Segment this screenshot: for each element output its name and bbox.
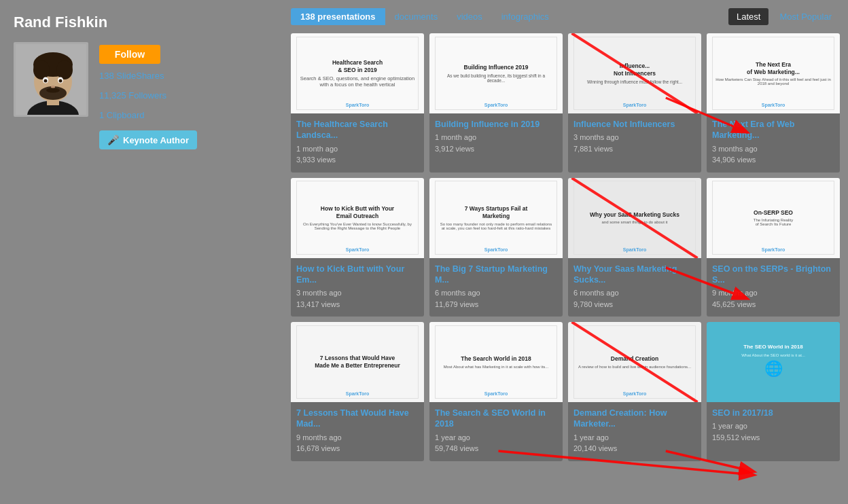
card-thumb-big7[interactable]: 7 Ways Startups Fail atMarketing So too … xyxy=(429,178,563,258)
spark-logo: SparkToro xyxy=(484,247,508,252)
card-title[interactable]: How to Kick Butt with Your Em... xyxy=(291,264,424,288)
thumb-text: Demand Creation xyxy=(578,355,691,363)
keynote-label: Keynote Author xyxy=(123,135,189,145)
spark-logo: SparkToro xyxy=(484,103,508,107)
tab-videos[interactable]: videos xyxy=(447,8,492,25)
follow-button[interactable]: Follow xyxy=(99,45,160,64)
card-meta: 9 months ago45,625 views xyxy=(707,287,840,310)
card-title[interactable]: The Next Era of Web Marketing... xyxy=(707,119,840,143)
thumb-inner: 7 Ways Startups Fail atMarketing So too … xyxy=(435,181,557,255)
thumb-inner: Building Influence 2019 As we build buil… xyxy=(435,37,557,111)
card-thumb-saas[interactable]: Why your SaaS Marketing Sucks and some s… xyxy=(568,178,701,258)
keynote-icon: 🎤 xyxy=(107,134,119,145)
card-meta: 1 year ago20,140 views xyxy=(568,432,701,454)
card-meta: 3 months ago13,417 views xyxy=(291,287,424,310)
thumb-text: 7 Ways Startups Fail atMarketing xyxy=(438,205,554,220)
card-thumb-demand[interactable]: Demand Creation A review of how to build… xyxy=(568,322,701,402)
tab-documents[interactable]: documents xyxy=(385,8,448,25)
spark-logo: SparkToro xyxy=(346,103,370,107)
card-kick-butt: How to Kick Butt with YourEmail Outreach… xyxy=(291,178,424,317)
thumb-text: Why your SaaS Marketing Sucks xyxy=(590,211,679,219)
thumb-inner: The SEO World in 2018 What About the SEO… xyxy=(712,325,834,399)
svg-point-13 xyxy=(46,88,60,93)
card-title[interactable]: Building Influence in 2019 xyxy=(429,119,563,132)
spark-logo: SparkToro xyxy=(346,391,370,396)
card-saas-sucks: Why your SaaS Marketing Sucks and some s… xyxy=(568,178,701,317)
card-thumb-serp[interactable]: On-SERP SEO The Infuriating Realityof Se… xyxy=(707,178,840,258)
thumb-text: Building Influence 2019 xyxy=(438,64,554,71)
card-seo-2017: The SEO World in 2018 What About the SEO… xyxy=(707,322,840,461)
followers-link[interactable]: 11,325 Followers xyxy=(99,89,197,103)
card-title[interactable]: Demand Creation: How Marketer... xyxy=(568,408,701,432)
spark-logo: SparkToro xyxy=(346,247,370,252)
card-thumb-7lessons[interactable]: 7 Lessons that Would HaveMade Me a Bette… xyxy=(291,322,424,402)
card-meta: 1 year ago59,748 views xyxy=(429,432,563,454)
card-thumb-searchworld[interactable]: The Search World in 2018 Most About what… xyxy=(429,322,563,402)
presentation-grid: Healthcare Search& SEO in 2019 Search & … xyxy=(291,33,840,461)
spark-logo: SparkToro xyxy=(484,391,508,396)
card-title[interactable]: SEO in 2017/18 xyxy=(707,408,840,420)
card-thumb-kickbutt[interactable]: How to Kick Butt with YourEmail Outreach… xyxy=(291,178,424,258)
sort-most-popular[interactable]: Most Popular xyxy=(771,8,840,25)
thumb-text: The Next Eraof Web Marketing... xyxy=(716,61,831,76)
svg-point-11 xyxy=(59,79,63,83)
sidebar: Rand Fishkin xyxy=(0,0,285,504)
main-content: 138 presentations documents videos infog… xyxy=(285,0,848,504)
sort-group: Latest Most Popular xyxy=(728,8,840,25)
slideshares-link[interactable]: 138 SlideShares xyxy=(99,69,197,84)
thumb-inner: How to Kick Butt with YourEmail Outreach… xyxy=(296,181,419,255)
spark-logo: SparkToro xyxy=(623,247,647,252)
sort-latest[interactable]: Latest xyxy=(728,8,768,25)
thumb-inner: The Next Eraof Web Marketing... How Mark… xyxy=(712,37,834,111)
card-title[interactable]: Influence Not Influencers xyxy=(568,119,701,132)
tab-presentations[interactable]: 138 presentations xyxy=(291,8,385,25)
card-meta: 9 months ago16,678 views xyxy=(291,432,424,454)
card-meta: 1 month ago3,912 views xyxy=(429,132,563,154)
profile-row: Follow 138 SlideShares 11,325 Followers … xyxy=(14,42,272,149)
thumb-text: Influence...Not Influencers xyxy=(587,62,682,77)
thumb-text: Healthcare Search& SEO in 2019 xyxy=(300,59,414,74)
svg-point-6 xyxy=(56,60,73,79)
clipboard-link[interactable]: 1 Clipboard xyxy=(99,109,197,123)
card-title[interactable]: The Healthcare Search Landsca... xyxy=(291,119,424,143)
svg-point-10 xyxy=(44,79,48,83)
card-big7-startup: 7 Ways Startups Fail atMarketing So too … xyxy=(429,178,563,317)
keynote-button[interactable]: 🎤 Keynote Author xyxy=(99,130,197,149)
card-serp-seo: On-SERP SEO The Infuriating Realityof Se… xyxy=(707,178,840,317)
thumb-inner: On-SERP SEO The Infuriating Realityof Se… xyxy=(712,181,834,255)
card-title[interactable]: The Search & SEO World in 2018 xyxy=(429,408,563,432)
card-building-influence: Building Influence 2019 As we build buil… xyxy=(429,33,563,173)
card-title[interactable]: SEO on the SERPs - Brighton S... xyxy=(707,264,840,288)
card-thumb-building[interactable]: Building Influence 2019 As we build buil… xyxy=(429,33,563,113)
thumb-inner: The Search World in 2018 Most About what… xyxy=(435,325,557,399)
thumb-text: On-SERP SEO xyxy=(754,209,793,217)
avatar xyxy=(14,42,88,117)
card-meta: 1 month ago3,933 views xyxy=(291,143,424,166)
top-nav: 138 presentations documents videos infog… xyxy=(291,8,840,25)
thumb-inner: 7 Lessons that Would HaveMade Me a Bette… xyxy=(296,325,419,399)
card-title[interactable]: Why Your Saas Marketing Sucks... xyxy=(568,264,701,288)
card-title[interactable]: The Big 7 Startup Marketing M... xyxy=(429,264,563,288)
card-thumb-seo2017[interactable]: The SEO World in 2018 What About the SEO… xyxy=(707,322,840,402)
spark-logo: SparkToro xyxy=(623,103,647,107)
card-meta: 3 months ago34,906 views xyxy=(707,143,840,166)
profile-details: Follow 138 SlideShares 11,325 Followers … xyxy=(99,42,197,149)
card-meta: 1 year ago159,512 views xyxy=(707,420,840,443)
profile-name: Rand Fishkin xyxy=(14,14,272,31)
card-meta: 6 months ago11,679 views xyxy=(429,287,563,310)
card-thumb-influence[interactable]: Influence...Not Influencers Winning thro… xyxy=(568,33,701,113)
svg-point-5 xyxy=(33,60,50,79)
card-healthcare: Healthcare Search& SEO in 2019 Search & … xyxy=(291,33,424,173)
spark-logo: SparkToro xyxy=(623,391,647,396)
thumb-inner: Why your SaaS Marketing Sucks and some s… xyxy=(573,181,696,255)
thumb-inner: Influence...Not Influencers Winning thro… xyxy=(573,37,696,111)
card-title[interactable]: 7 Lessons That Would Have Mad... xyxy=(291,408,424,432)
svg-point-12 xyxy=(51,86,55,88)
thumb-text: 7 Lessons that Would HaveMade Me a Bette… xyxy=(315,355,400,370)
grid-wrapper: Healthcare Search& SEO in 2019 Search & … xyxy=(291,33,840,461)
card-thumb-healthcare[interactable]: Healthcare Search& SEO in 2019 Search & … xyxy=(291,33,424,113)
card-7-lessons: 7 Lessons that Would HaveMade Me a Bette… xyxy=(291,322,424,461)
tab-group: 138 presentations documents videos infog… xyxy=(291,8,559,25)
card-thumb-nextweb[interactable]: The Next Eraof Web Marketing... How Mark… xyxy=(707,33,840,113)
tab-infographics[interactable]: infographics xyxy=(492,8,559,25)
